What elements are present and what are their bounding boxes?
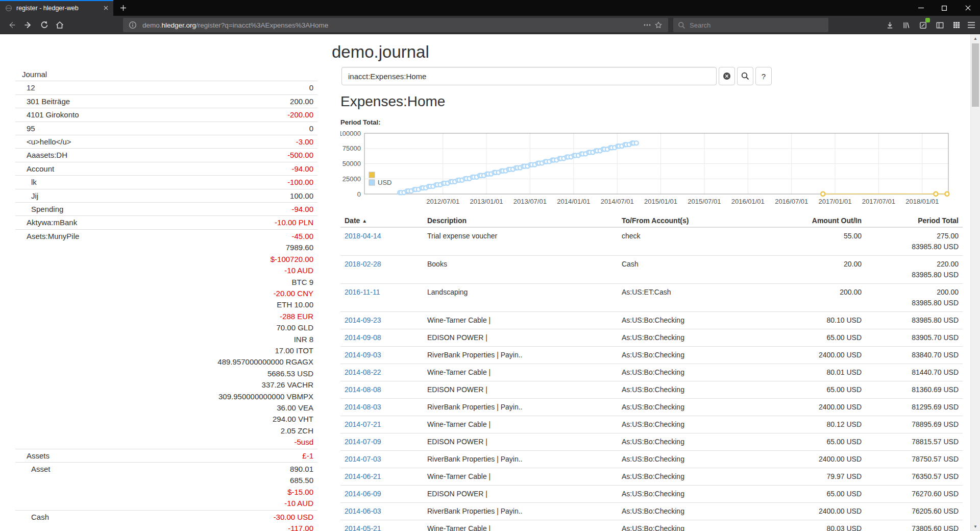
page-scrollbar[interactable]: ▲ ▼ bbox=[970, 34, 980, 531]
sidebar-account-link[interactable]: Assets bbox=[22, 450, 50, 462]
window-minimize-button[interactable] bbox=[909, 0, 933, 16]
sidebar-account-link[interactable]: Aaasets:DH bbox=[22, 150, 67, 161]
submit-query-button[interactable] bbox=[737, 67, 753, 85]
menu-icon[interactable] bbox=[966, 20, 976, 30]
sidebar-account-link[interactable]: Jij bbox=[22, 190, 38, 202]
transaction-date-link[interactable]: 2014-06-03 bbox=[345, 507, 381, 515]
sidebar-account-link[interactable]: 4101 Girokonto bbox=[22, 109, 79, 120]
sidebars-icon[interactable] bbox=[935, 20, 945, 30]
sidebar-account-row: Journal bbox=[15, 68, 317, 81]
tab-title: register - hledger-web bbox=[16, 5, 101, 12]
forward-button[interactable] bbox=[23, 20, 33, 30]
sidebar-account-link[interactable]: Cash bbox=[22, 512, 49, 523]
window-maximize-button[interactable] bbox=[933, 0, 956, 16]
clear-query-button[interactable] bbox=[719, 67, 735, 85]
home-button[interactable] bbox=[55, 20, 64, 30]
account-balance: 100.00 bbox=[290, 190, 313, 202]
column-header-period-total[interactable]: Period Total bbox=[866, 214, 963, 227]
sidebar-account-row: Asset890.01685.50$-15.00-10 AUD bbox=[15, 463, 317, 511]
reload-button[interactable] bbox=[40, 20, 49, 30]
column-header-amount-out-in[interactable]: Amount Out/In bbox=[764, 214, 866, 227]
transaction-amount: 20.00 bbox=[764, 256, 866, 284]
window-close-button[interactable] bbox=[956, 0, 979, 16]
transaction-account: As:US:Bo:Checking bbox=[618, 312, 764, 329]
transaction-date-link[interactable]: 2014-05-21 bbox=[345, 524, 381, 531]
transaction-date-link[interactable]: 2014-08-22 bbox=[345, 368, 381, 376]
downloads-icon[interactable] bbox=[885, 20, 895, 30]
column-header-date[interactable]: Date▲ bbox=[340, 214, 423, 227]
bookmark-star-icon[interactable] bbox=[653, 19, 664, 31]
account-balance: £-1 bbox=[302, 450, 313, 462]
query-input[interactable] bbox=[341, 67, 717, 85]
new-tab-button[interactable] bbox=[116, 2, 130, 14]
transaction-period-total: 78750.57 USD bbox=[866, 451, 963, 468]
browser-tab[interactable]: register - hledger-web bbox=[0, 0, 113, 16]
sidebar-account-link[interactable]: Aktywa:mBank bbox=[22, 217, 77, 228]
sidebar-account-link[interactable]: Spending bbox=[22, 204, 63, 215]
svg-text:50000: 50000 bbox=[342, 160, 361, 167]
transaction-date-link[interactable]: 2014-09-23 bbox=[345, 316, 381, 324]
transaction-amount: 80.12 USD bbox=[764, 416, 866, 433]
sidebar-account-link[interactable]: Journal bbox=[22, 69, 47, 80]
transaction-description: Wine-Tarner Cable | bbox=[423, 416, 618, 433]
extension-icon[interactable] bbox=[918, 20, 928, 30]
transaction-account: As:US:Bo:Checking bbox=[618, 468, 764, 486]
search-icon bbox=[678, 21, 685, 29]
transaction-amount: 65.00 USD bbox=[764, 329, 866, 347]
transaction-date-link[interactable]: 2014-08-03 bbox=[345, 403, 381, 411]
sidebar-account-row: Aktywa:mBank-10.00 PLN bbox=[15, 216, 317, 229]
column-header-to-from-account-s-[interactable]: To/From Account(s) bbox=[618, 214, 764, 227]
browser-search-field[interactable]: Search bbox=[673, 18, 828, 32]
transaction-account: As:US:Bo:Checking bbox=[618, 451, 764, 468]
transaction-date-link[interactable]: 2014-08-08 bbox=[345, 385, 381, 394]
transaction-amount: 200.00 bbox=[764, 284, 866, 312]
transaction-period-total: 81295.69 USD bbox=[866, 399, 963, 416]
transaction-period-total: 83985.80 USD bbox=[866, 312, 963, 329]
account-balance: -94.00 bbox=[291, 204, 313, 215]
transaction-date-link[interactable]: 2014-07-09 bbox=[345, 438, 381, 446]
transaction-date-link[interactable]: 2018-02-28 bbox=[345, 260, 381, 268]
sidebar-account-link[interactable]: 12 bbox=[22, 82, 35, 93]
library-icon[interactable] bbox=[901, 20, 911, 30]
scroll-up-arrow[interactable]: ▲ bbox=[971, 34, 980, 43]
account-balance: 200.00 bbox=[290, 96, 313, 107]
register-row: 2014-09-08EDISON POWER |As:US:Bo:Checkin… bbox=[340, 329, 963, 347]
transaction-date-link[interactable]: 2018-04-14 bbox=[345, 232, 381, 240]
transaction-date-link[interactable]: 2014-09-08 bbox=[345, 333, 381, 342]
sidebar-account-link[interactable]: Asset bbox=[22, 464, 51, 475]
sidebar-account-link[interactable]: Account bbox=[22, 163, 54, 175]
page-info-icon[interactable] bbox=[127, 19, 138, 31]
sidebar-account-link[interactable]: lk bbox=[22, 177, 37, 188]
transaction-date-link[interactable]: 2014-06-21 bbox=[345, 472, 381, 480]
scroll-down-arrow[interactable]: ▼ bbox=[971, 522, 980, 531]
grid-icon[interactable] bbox=[951, 20, 962, 30]
svg-text:USD: USD bbox=[378, 179, 391, 186]
sidebar-account-row: <u>hello</u>-3.00 bbox=[15, 135, 317, 149]
help-button[interactable]: ? bbox=[755, 67, 772, 85]
transaction-date-link[interactable]: 2014-07-03 bbox=[345, 455, 381, 463]
transaction-date-link[interactable]: 2014-07-21 bbox=[345, 420, 381, 428]
sidebar-account-link[interactable]: <u>hello</u> bbox=[22, 136, 71, 148]
sidebar-account-link[interactable]: Asets:MunyPile bbox=[22, 231, 79, 242]
transaction-account: Cash bbox=[618, 256, 764, 284]
register-row: 2014-08-03RiverBank Properties | Payin..… bbox=[340, 399, 963, 416]
transaction-description: Books bbox=[423, 256, 618, 284]
transaction-date-link[interactable]: 2014-06-09 bbox=[345, 490, 381, 498]
transaction-date-link[interactable]: 2014-09-03 bbox=[345, 351, 381, 359]
page-actions-icon[interactable] bbox=[642, 19, 653, 31]
url-bar[interactable]: demo.hledger.org/register?q=inacct%3AExp… bbox=[123, 18, 668, 32]
active-tab-indicator bbox=[0, 0, 113, 1]
svg-text:2018/01/01: 2018/01/01 bbox=[905, 198, 939, 205]
svg-text:2017/07/01: 2017/07/01 bbox=[862, 198, 895, 205]
sidebar-account-link[interactable]: 95 bbox=[22, 123, 35, 134]
scrollbar-thumb[interactable] bbox=[972, 43, 979, 107]
sidebar-account-row: 301 Beiträge200.00 bbox=[15, 95, 317, 108]
back-button[interactable] bbox=[7, 20, 16, 30]
transaction-account: check bbox=[618, 227, 764, 256]
url-path: /register?q=inacct%3AExpenses%3AHome bbox=[196, 21, 328, 29]
tab-close-icon[interactable] bbox=[101, 4, 110, 13]
transaction-date-link[interactable]: 2016-11-11 bbox=[345, 288, 380, 296]
sidebar-account-link[interactable]: 301 Beiträge bbox=[22, 96, 70, 107]
register-row: 2014-06-09EDISON POWER |As:US:Bo:Checkin… bbox=[340, 486, 963, 503]
column-header-description[interactable]: Description bbox=[423, 214, 618, 227]
